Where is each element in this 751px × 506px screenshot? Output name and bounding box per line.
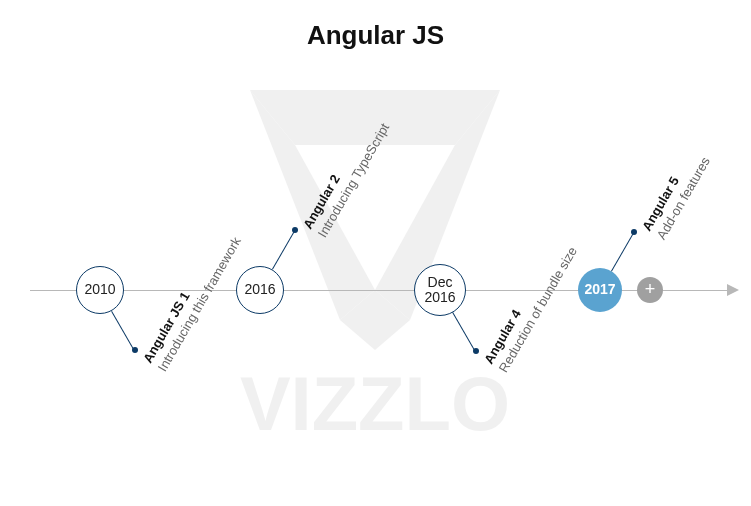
leader-line	[111, 311, 134, 350]
svg-marker-3	[340, 290, 410, 350]
leader-dot-icon	[631, 229, 637, 235]
page-title: Angular JS	[0, 20, 751, 51]
timeline-node-2016[interactable]: 2016	[236, 266, 284, 314]
leader-dot-icon	[292, 227, 298, 233]
timeline-node-2010[interactable]: 2010	[76, 266, 124, 314]
leader-line	[452, 312, 475, 351]
annotation-angular-js-1: Angular JS 1 Introducing this framework	[140, 226, 245, 375]
annotation-angular-4: Angular 4 Reduction of bundle size	[481, 236, 581, 376]
timeline-arrow-icon	[727, 284, 739, 296]
leader-line	[611, 232, 634, 271]
leader-dot-icon	[473, 348, 479, 354]
timeline-node-dec-2016[interactable]: Dec 2016	[414, 264, 466, 316]
leader-dot-icon	[132, 347, 138, 353]
timeline-node-2017[interactable]: 2017	[578, 268, 622, 312]
annotation-angular-2: Angular 2 Introducing TypeScript	[300, 112, 394, 241]
add-node-button[interactable]: +	[637, 277, 663, 303]
leader-line	[272, 230, 295, 269]
svg-text:VIZZLO: VIZZLO	[240, 361, 510, 446]
annotation-angular-5: Angular 5 Add-on features	[639, 146, 715, 243]
timeline-axis	[30, 290, 731, 291]
